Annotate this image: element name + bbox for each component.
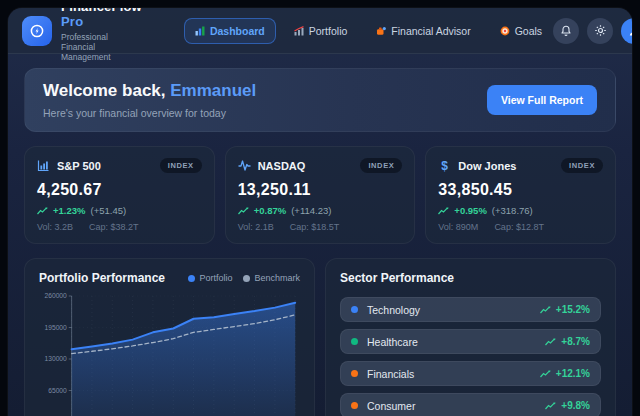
app-logo[interactable] bbox=[22, 16, 52, 46]
nav-label-goals: Goals bbox=[515, 25, 542, 37]
user-avatar-button[interactable] bbox=[621, 18, 632, 44]
brand-name-suffix: Pro bbox=[61, 14, 83, 29]
trend-up-icon bbox=[545, 402, 556, 410]
index-cap: Cap: $18.5T bbox=[290, 222, 340, 232]
index-change: +0.87% (+114.23) bbox=[238, 205, 403, 216]
portfolio-chart-title: Portfolio Performance bbox=[39, 271, 165, 285]
sector-dot-icon bbox=[351, 306, 358, 313]
legend-label-benchmark: Benchmark bbox=[254, 273, 300, 283]
legend-dot-portfolio bbox=[188, 275, 195, 282]
svg-text:$: $ bbox=[442, 159, 449, 172]
user-avatar-icon bbox=[628, 25, 632, 37]
target-icon bbox=[500, 26, 510, 36]
index-change-pct: +0.87% bbox=[254, 205, 287, 216]
index-cap: Cap: $38.2T bbox=[89, 222, 139, 232]
welcome-text: Welcome back, Emmanuel Here's your finan… bbox=[43, 81, 256, 119]
index-volume: Vol: 890M bbox=[438, 222, 478, 232]
activity-icon bbox=[238, 159, 251, 172]
trend-up-icon bbox=[540, 306, 551, 314]
top-navbar: FinanceFlow Pro Professional Financial M… bbox=[8, 8, 632, 54]
sector-row[interactable]: Consumer+9.8% bbox=[340, 393, 601, 416]
sector-dot-icon bbox=[351, 338, 358, 345]
trend-up-icon bbox=[438, 207, 449, 215]
sector-row[interactable]: Financials+12.1% bbox=[340, 361, 601, 386]
nav-item-portfolio[interactable]: Portfolio bbox=[283, 18, 359, 44]
index-meta: Vol: 3.2B Cap: $38.2T bbox=[37, 222, 202, 232]
sector-name: Technology bbox=[367, 304, 540, 316]
brand-name: FinanceFlow Pro bbox=[61, 8, 142, 29]
index-cap: Cap: $12.8T bbox=[494, 222, 544, 232]
nav-label-portfolio: Portfolio bbox=[309, 25, 348, 37]
sector-name: Financials bbox=[367, 368, 540, 380]
sector-name: Healthcare bbox=[367, 336, 545, 348]
index-change-abs: (+51.45) bbox=[91, 205, 127, 216]
nav-item-goals[interactable]: Goals bbox=[489, 18, 553, 44]
sector-change-value: +8.7% bbox=[561, 336, 590, 347]
brand-block: FinanceFlow Pro Professional Financial M… bbox=[61, 8, 142, 62]
index-meta: Vol: 890M Cap: $12.8T bbox=[438, 222, 603, 232]
index-meta: Vol: 2.1B Cap: $18.5T bbox=[238, 222, 403, 232]
bell-icon bbox=[560, 25, 572, 37]
app-window: FinanceFlow Pro Professional Financial M… bbox=[8, 8, 632, 416]
notifications-button[interactable] bbox=[553, 18, 579, 44]
index-value: 4,250.67 bbox=[37, 181, 202, 199]
index-card-dowjones[interactable]: $ Dow Jones INDEX 33,850.45 +0.95% (+318… bbox=[425, 146, 616, 244]
index-change-abs: (+318.76) bbox=[492, 205, 533, 216]
settings-button[interactable] bbox=[587, 18, 613, 44]
nav-item-financial-advisor[interactable]: Financial Advisor bbox=[365, 18, 481, 44]
gear-icon bbox=[594, 24, 607, 37]
index-change-pct: +1.23% bbox=[53, 205, 86, 216]
legend-label-portfolio: Portfolio bbox=[199, 273, 232, 283]
index-card-sp500[interactable]: S&P 500 INDEX 4,250.67 +1.23% (+51.45) V… bbox=[24, 146, 215, 244]
legend-item-portfolio[interactable]: Portfolio bbox=[188, 273, 232, 283]
svg-text:195000: 195000 bbox=[44, 324, 67, 331]
sector-row[interactable]: Healthcare+8.7% bbox=[340, 329, 601, 354]
line-chart-svg: 065000130000195000260000JanFebMarAprMayJ… bbox=[39, 290, 300, 416]
portfolio-line-chart[interactable]: 065000130000195000260000JanFebMarAprMayJ… bbox=[39, 290, 300, 416]
sector-name: Consumer bbox=[367, 400, 545, 412]
dashboard-content: Welcome back, Emmanuel Here's your finan… bbox=[8, 54, 632, 416]
trend-up-icon bbox=[37, 207, 48, 215]
bar-chart-icon bbox=[37, 159, 50, 172]
index-badge: INDEX bbox=[360, 158, 402, 173]
svg-text:130000: 130000 bbox=[44, 355, 67, 362]
view-full-report-button[interactable]: View Full Report bbox=[487, 85, 597, 115]
index-name: S&P 500 bbox=[57, 160, 101, 172]
welcome-subtitle: Here's your financial overview for today bbox=[43, 107, 256, 119]
sector-rows: Technology+15.2%Healthcare+8.7%Financial… bbox=[340, 297, 601, 416]
index-badge: INDEX bbox=[561, 158, 603, 173]
index-card-nasdaq[interactable]: NASDAQ INDEX 13,250.11 +0.87% (+114.23) … bbox=[225, 146, 416, 244]
nav-item-dashboard[interactable]: Dashboard bbox=[184, 18, 276, 44]
legend-item-benchmark[interactable]: Benchmark bbox=[243, 273, 300, 283]
nav-label-financial-advisor: Financial Advisor bbox=[391, 25, 470, 37]
sector-change: +15.2% bbox=[540, 304, 590, 315]
bottom-panels: Portfolio Performance Portfolio Benchmar… bbox=[24, 258, 616, 416]
portfolio-performance-panel: Portfolio Performance Portfolio Benchmar… bbox=[24, 258, 315, 416]
index-badge: INDEX bbox=[160, 158, 202, 173]
svg-text:65000: 65000 bbox=[48, 387, 67, 394]
index-value: 33,850.45 bbox=[438, 181, 603, 199]
index-volume: Vol: 3.2B bbox=[37, 222, 73, 232]
dollar-icon: $ bbox=[438, 159, 451, 172]
welcome-banner: Welcome back, Emmanuel Here's your finan… bbox=[24, 68, 616, 132]
index-value: 13,250.11 bbox=[238, 181, 403, 199]
advisor-icon bbox=[376, 26, 386, 36]
sector-change: +12.1% bbox=[540, 368, 590, 379]
welcome-title: Welcome back, Emmanuel bbox=[43, 81, 256, 101]
index-change: +0.95% (+318.76) bbox=[438, 205, 603, 216]
sector-change-value: +12.1% bbox=[556, 368, 590, 379]
index-volume: Vol: 2.1B bbox=[238, 222, 274, 232]
sector-change: +8.7% bbox=[545, 336, 590, 347]
chart-legend: Portfolio Benchmark bbox=[188, 273, 300, 283]
index-name: Dow Jones bbox=[458, 160, 516, 172]
sector-change: +9.8% bbox=[545, 400, 590, 411]
sector-change-value: +9.8% bbox=[561, 400, 590, 411]
sector-change-value: +15.2% bbox=[556, 304, 590, 315]
sector-performance-panel: Sector Performance Technology+15.2%Healt… bbox=[325, 258, 616, 416]
sector-row[interactable]: Technology+15.2% bbox=[340, 297, 601, 322]
app-logo-icon bbox=[29, 23, 45, 39]
welcome-user-name: Emmanuel bbox=[170, 81, 256, 100]
market-index-cards: S&P 500 INDEX 4,250.67 +1.23% (+51.45) V… bbox=[24, 146, 616, 244]
trend-up-icon bbox=[545, 338, 556, 346]
index-change: +1.23% (+51.45) bbox=[37, 205, 202, 216]
